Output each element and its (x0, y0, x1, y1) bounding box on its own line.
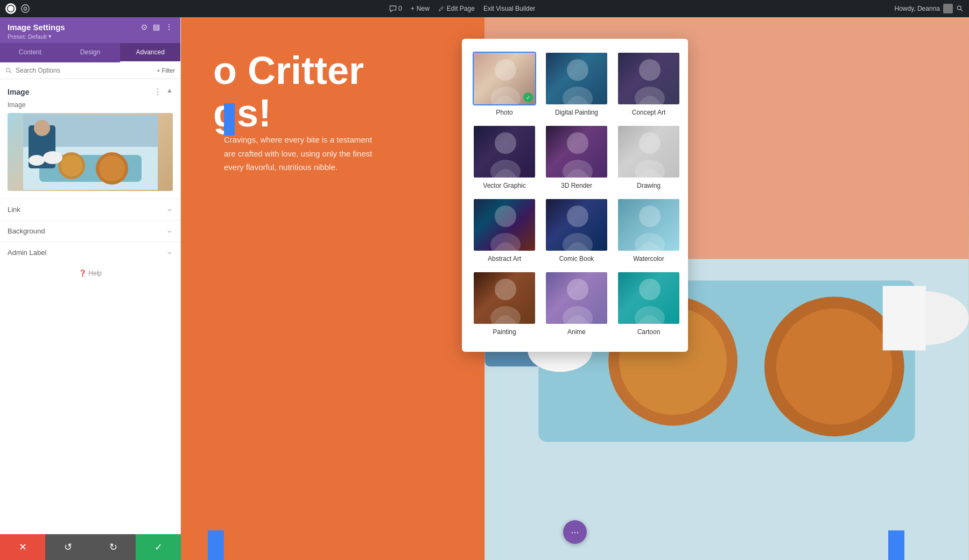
redo-button[interactable]: ↻ (90, 534, 136, 560)
style-item-cartoon[interactable]: Cartoon (617, 271, 680, 336)
svg-point-43 (495, 205, 516, 227)
svg-point-39 (567, 132, 588, 154)
topbar-search-icon[interactable] (956, 5, 964, 12)
style-label-3d-render: 3D Render (561, 182, 592, 189)
style-thumb-inner-cartoon (618, 272, 679, 324)
svg-point-18 (29, 155, 45, 166)
style-label-painting: Painting (493, 328, 516, 336)
style-label-vector-graphic: Vector Graphic (483, 182, 525, 189)
edit-page-button[interactable]: Edit Page (438, 5, 475, 12)
wordpress-logo[interactable]: W (5, 3, 16, 14)
customize-icon[interactable] (20, 4, 30, 13)
style-thumb-inner-drawing (618, 126, 679, 178)
style-item-abstract-art[interactable]: Abstract Art (473, 198, 536, 263)
svg-point-25 (776, 308, 893, 424)
style-thumb-inner-comic-book (546, 199, 607, 251)
layout-icon[interactable]: ▤ (153, 23, 160, 31)
tab-content[interactable]: Content (0, 43, 60, 62)
admin-avatar (943, 4, 953, 13)
sidebar-preset[interactable]: Preset: Default ▾ (8, 33, 65, 40)
image-section-header: Image ⋮ ▲ (0, 79, 180, 101)
style-thumb-inner-painting (474, 272, 535, 324)
style-label-digital-painting: Digital Painting (555, 109, 598, 116)
save-button[interactable]: ✓ (136, 534, 181, 560)
sidebar: Image Settings Preset: Default ▾ ⊙ ▤ ⋮ C… (0, 17, 181, 560)
svg-point-47 (639, 205, 661, 227)
style-thumb-photo: ✓ (473, 52, 536, 105)
comments-button[interactable]: 0 (389, 5, 402, 12)
style-item-vector-graphic[interactable]: Vector Graphic (473, 125, 536, 189)
undo-button[interactable]: ↺ (45, 534, 90, 560)
help-section[interactable]: ❓ Help (0, 263, 180, 283)
canvas-area: o Critter gs! Cravings, where every bite… (181, 17, 969, 560)
link-label: Link (8, 205, 20, 214)
svg-point-31 (495, 59, 516, 81)
more-options-icon[interactable]: ⋮ (165, 23, 173, 31)
tab-design[interactable]: Design (60, 43, 121, 62)
admin-label-section[interactable]: Admin Label (0, 242, 180, 263)
style-item-concept-art[interactable]: Concept Art (617, 52, 680, 116)
style-thumb-inner-digital-painting (546, 53, 607, 104)
main-area: Image Settings Preset: Default ▾ ⊙ ▤ ⋮ C… (0, 17, 969, 560)
bottom-blue-box-left (208, 530, 224, 560)
style-thumb-inner-watercolor (618, 199, 679, 251)
svg-point-6 (6, 68, 10, 72)
style-thumb-digital-painting (545, 52, 608, 105)
style-item-comic-book[interactable]: Comic Book (545, 198, 608, 263)
style-item-photo[interactable]: ✓Photo (473, 52, 536, 116)
admin-chevron-icon (166, 250, 173, 256)
style-thumb-watercolor (617, 198, 680, 252)
style-thumb-concept-art (617, 52, 680, 105)
svg-point-45 (567, 205, 588, 227)
style-grid: ✓Photo Digital Painting Concept Art Vect… (473, 52, 677, 336)
sidebar-title: Image Settings (8, 23, 65, 32)
svg-point-35 (639, 59, 661, 81)
image-preview-inner (8, 113, 173, 191)
style-thumb-vector-graphic (473, 125, 536, 179)
style-thumb-painting (473, 271, 536, 325)
svg-point-16 (34, 120, 50, 136)
style-label-drawing: Drawing (637, 182, 661, 189)
image-preview[interactable] (8, 113, 173, 191)
cancel-button[interactable]: ✕ (0, 534, 45, 560)
style-thumb-inner-anime (546, 272, 607, 324)
bottom-blue-box-right (888, 530, 904, 560)
style-label-cartoon: Cartoon (637, 328, 661, 336)
admin-label-label: Admin Label (8, 249, 46, 257)
topbar-center: 0 + New Edit Page Exit Visual Builder (36, 5, 889, 12)
exit-builder-button[interactable]: Exit Visual Builder (483, 5, 536, 12)
check-mark-photo: ✓ (523, 93, 533, 102)
blue-stripe-left (224, 103, 235, 136)
link-section[interactable]: Link (0, 199, 180, 220)
sidebar-search-bar: + Filter (0, 62, 180, 79)
responsive-icon[interactable]: ⊙ (141, 23, 148, 31)
svg-point-3 (24, 7, 26, 10)
style-label-abstract-art: Abstract Art (488, 255, 521, 263)
style-item-digital-painting[interactable]: Digital Painting (545, 52, 608, 116)
style-item-3d-render[interactable]: 3D Render (545, 125, 608, 189)
style-thumb-inner-3d-render (546, 126, 607, 178)
svg-point-53 (639, 279, 661, 300)
style-item-painting[interactable]: Painting (473, 271, 536, 336)
section-controls: ⋮ ▲ (153, 87, 173, 97)
search-icon (5, 67, 12, 74)
link-chevron-icon (166, 207, 173, 213)
style-thumb-3d-render (545, 125, 608, 179)
floating-menu-button[interactable]: ··· (563, 520, 587, 544)
topbar: W 0 + New Edit Page Exit Visual Builder … (0, 0, 969, 17)
search-input[interactable] (16, 67, 153, 74)
sidebar-tabs: Content Design Advanced (0, 43, 180, 62)
style-item-drawing[interactable]: Drawing (617, 125, 680, 189)
style-item-anime[interactable]: Anime (545, 271, 608, 336)
section-collapse-icon[interactable]: ▲ (166, 87, 173, 97)
style-thumb-comic-book (545, 198, 608, 252)
svg-text:W: W (9, 6, 13, 11)
svg-point-17 (43, 151, 62, 164)
section-menu-icon[interactable]: ⋮ (153, 87, 162, 97)
tab-advanced[interactable]: Advanced (120, 43, 180, 62)
style-label-concept-art: Concept Art (632, 109, 666, 116)
new-button[interactable]: + New (411, 5, 430, 12)
background-section[interactable]: Background (0, 220, 180, 242)
filter-button[interactable]: + Filter (157, 67, 175, 74)
style-item-watercolor[interactable]: Watercolor (617, 198, 680, 263)
